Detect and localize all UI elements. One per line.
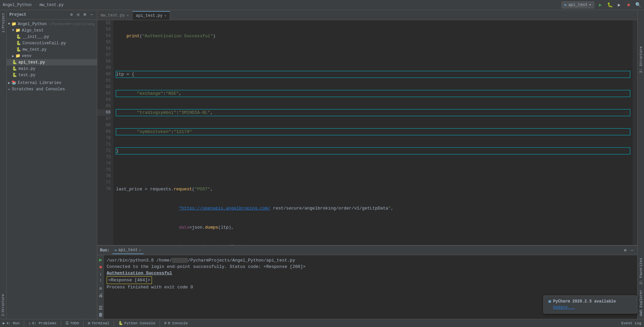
code-area[interactable]: 52 53 54 55 56 57 58 59 60 61 62 63 64 6… (97, 20, 637, 245)
tab-api-test[interactable]: api_test.py ✕ (132, 11, 170, 20)
code-line-54: ltp = { (116, 71, 630, 78)
tree-item-mw-test[interactable]: 🐍 mw_test.py (7, 46, 97, 53)
stop-button[interactable]: ■ (625, 2, 632, 8)
py-icon: 🐍 (16, 47, 21, 52)
python-console-label: Python Console (124, 321, 155, 325)
expand-icon[interactable]: ⊞ (82, 12, 88, 17)
run-icon-status: ▶ (3, 321, 5, 325)
run-minimize-icon[interactable]: — (629, 248, 635, 253)
tab-mw-test[interactable]: mw_test.py ✕ (97, 11, 132, 20)
tree-item-external-libs[interactable]: ▶ 📚 External Libraries (7, 80, 97, 86)
ln-66: 66 (97, 109, 111, 116)
scroll-up-icon[interactable]: ↑ (99, 278, 102, 283)
structure-tab-right[interactable]: 2: Structure (638, 44, 644, 76)
tree-item-consecutive[interactable]: 🐍 ConsecutiveFall.py (7, 40, 97, 46)
title-bar-right: ▶ api_test ▾ ▶ 🐛 ▶ ■ 🔍 (561, 1, 641, 8)
run-config-label: api_test (568, 3, 588, 7)
file-name-1: mw_test.py (40, 3, 64, 7)
clear-icon[interactable]: 🗑 (98, 312, 103, 318)
folder-icon: 📁 (15, 28, 20, 33)
main-layout: 1:Project 2:Structure Project ⚙ ◎ ⊞ — ▼ … (0, 10, 644, 319)
tab-close-api-test[interactable]: ✕ (164, 14, 166, 18)
r-console-status[interactable]: R R Console (164, 321, 188, 325)
soft-wrap-icon[interactable]: ≡ (99, 286, 102, 291)
run-status[interactable]: ▶ 4: Run (3, 321, 19, 325)
tree-item-api-test[interactable]: 🐍 api_test.py (7, 59, 97, 65)
tree-item-init[interactable]: 🐍 __init__.py (7, 34, 97, 40)
notif-title: PyCharm 2020.2.5 available (548, 299, 632, 304)
project-tab[interactable]: 1:Project (1, 10, 6, 35)
python-console-status[interactable]: 🐍 Python Console (118, 321, 155, 325)
stop-run-button[interactable]: ■ (99, 265, 102, 270)
code-line-62: data=json.dumps(ltp), (116, 224, 630, 231)
ln-55: 55 (97, 39, 111, 46)
print-icon[interactable]: 🖨 (98, 293, 103, 298)
code-line-63: # params=json.dumps(ltp), (116, 243, 630, 245)
ln-77: 77 (97, 180, 111, 186)
panel-header: Project ⚙ ◎ ⊞ — (7, 10, 97, 19)
run-config-dropdown[interactable]: ▶ api_test ▾ (561, 1, 594, 8)
r-icon: R (164, 321, 167, 325)
ln-75: 75 (97, 167, 111, 173)
notif-update-link[interactable]: Update... (548, 305, 632, 310)
run-left-strip: ▶ ■ ↓ ↑ ≡ 🖨 ☰ 🗑 (97, 255, 104, 319)
ln-61: 61 (97, 78, 111, 84)
tree-item-scratches[interactable]: ✏ Scratches and Consoles (7, 86, 97, 92)
tree-item-venv[interactable]: ▶ 📁 venv (7, 53, 97, 59)
output-line-4: <Response [404]> (107, 276, 635, 284)
ln-68: 68 (97, 122, 111, 129)
code-line-58: } (116, 148, 630, 154)
r-console-label: R Console (168, 321, 187, 325)
run-settings-icon[interactable]: ⚙ (623, 248, 628, 253)
problems-status[interactable]: ⚠ 6: Problems (29, 321, 56, 325)
event-log-label: Event Log (622, 321, 641, 325)
tab-close-mw-test[interactable]: ✕ (127, 13, 129, 17)
close-panel-icon[interactable]: — (89, 12, 94, 17)
response-badge: <Response [404]> (107, 276, 152, 284)
output-line-3: Authentication Successful (107, 270, 635, 276)
run-label: Run: (100, 248, 110, 253)
terminal-status[interactable]: ⊞ Terminal (88, 321, 109, 325)
tree-path: ~/PycharmProjects/Ang (48, 22, 95, 26)
scroll-to-icon[interactable]: ◎ (75, 12, 81, 17)
ln-73: 73 (97, 154, 111, 160)
todo-status[interactable]: ☰ TODO (65, 321, 79, 325)
ln-60: 60 (97, 71, 111, 78)
notif-dot (548, 300, 551, 303)
tree-item-main[interactable]: 🐍 main.py (7, 65, 97, 72)
tree-label: api_test.py (18, 60, 45, 65)
terminal-icon: ⊞ (88, 321, 90, 325)
coverage-button[interactable]: ▶ (616, 2, 623, 8)
tree-item-angel-python[interactable]: ▼ 📁 Angel_Python ~/PycharmProjects/Ang (7, 21, 97, 27)
tab-label: mw_test.py (101, 13, 125, 18)
line-numbers: 52 53 54 55 56 57 58 59 60 61 62 63 64 6… (97, 20, 113, 245)
tree-label: mw_test.py (22, 47, 47, 52)
tree-item-algo-test[interactable]: ▼ 📁 Algo_test (7, 27, 97, 34)
settings-icon[interactable]: ⚙ (69, 12, 74, 17)
aws-explorer-tab[interactable]: AWS Explorer (638, 287, 644, 319)
run-tab-api-test[interactable]: ▶ api_test ✕ (112, 247, 144, 254)
title-bar-left: Angel_Python – mw_test.py (3, 3, 64, 7)
ln-70: 70 (97, 135, 111, 141)
ln-65: 65 (97, 103, 111, 109)
sep2: | (59, 320, 63, 327)
search-button[interactable]: 🔍 (635, 2, 641, 8)
ln-54: 54 (97, 33, 111, 39)
run-tab-close[interactable]: ✕ (139, 248, 141, 252)
run-button[interactable]: ▶ (597, 2, 604, 8)
ln-64: 64 (97, 97, 111, 103)
restore-icon[interactable]: ☰ (99, 305, 103, 311)
code-content[interactable]: print("Authentication Successful") ltp =… (113, 20, 633, 245)
py-icon: 🐍 (16, 41, 21, 46)
debug-button[interactable]: 🐛 (606, 2, 613, 8)
ln-62: 62 (97, 84, 111, 90)
left-strip: 1:Project 2:Structure (0, 10, 7, 319)
favorites-tab[interactable]: 2: Favorites (638, 255, 644, 287)
scroll-to-end-icon[interactable]: ↓ (99, 271, 102, 277)
code-line-60: last_price = requests.request("POST", (116, 186, 630, 192)
tree-item-test[interactable]: 🐍 test.py (7, 72, 97, 78)
rerun-button[interactable]: ▶ (99, 256, 102, 263)
code-line-55: "exchange":"NSE", (116, 90, 630, 97)
structure-tab-left[interactable]: 2:Structure (1, 291, 6, 319)
event-log-status[interactable]: Event Log (622, 321, 641, 325)
